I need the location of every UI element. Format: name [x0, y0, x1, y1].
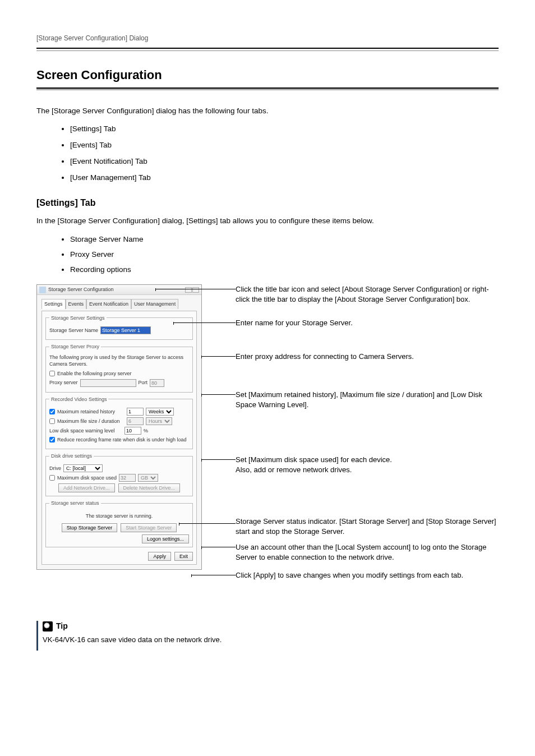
apply-button[interactable]: Apply	[148, 552, 171, 561]
max-disk-checkbox[interactable]	[49, 475, 55, 481]
page-breadcrumb: [Storage Server Configuration] Dialog	[36, 34, 499, 43]
group-server-settings: Storage Server Settings Storage Server N…	[45, 315, 193, 340]
max-filesize-unit-select[interactable]: Hours	[146, 417, 172, 425]
window-title: Storage Server Configuration	[48, 286, 114, 293]
tab-events[interactable]: Events	[66, 299, 87, 309]
section-intro: In the [Storage Server Configuration] di…	[36, 216, 499, 227]
annotation-titlebar: Click the title bar icon and select [Abo…	[236, 284, 499, 304]
group-disk-drive: Disk drive settings Drive C: [local] Max…	[45, 453, 193, 497]
max-history-checkbox[interactable]	[49, 409, 55, 414]
annotation-recorded-video: Set [Maximum retained history], [Maximum…	[236, 390, 499, 409]
enable-proxy-checkbox[interactable]	[49, 371, 55, 376]
list-item: [Event Notification] Tab	[70, 156, 499, 167]
stop-server-button[interactable]: Stop Storage Server	[62, 523, 118, 532]
low-disk-label: Low disk space warning level	[49, 427, 122, 435]
proxy-port-input[interactable]	[150, 379, 164, 387]
proxy-port-label: Port	[139, 379, 148, 386]
delete-network-drive-button[interactable]: Delete Network Drive...	[118, 483, 181, 492]
proxy-server-label: Proxy server	[49, 379, 78, 386]
annotations-column: Click the title bar icon and select [Abo…	[202, 284, 499, 604]
annotation-server-name: Enter name for your Storage Server.	[236, 318, 499, 328]
tab-strip: SettingsEventsEvent NotificationUser Man…	[41, 298, 197, 308]
max-disk-label: Maximum disk space used	[57, 474, 117, 482]
max-history-label: Maximum retained history	[57, 408, 124, 416]
start-server-button[interactable]: Start Storage Server	[121, 523, 177, 532]
list-item: Storage Server Name	[70, 234, 499, 245]
tabs-bullet-list: [Settings] Tab [Events] Tab [Event Notif…	[36, 124, 499, 183]
proxy-description: The following proxy is used by the Stora…	[49, 354, 189, 368]
tab-settings[interactable]: Settings	[41, 299, 66, 309]
window-icon	[39, 287, 46, 293]
list-item: [Events] Tab	[70, 140, 499, 151]
logon-settings-button[interactable]: Logon settings...	[142, 534, 189, 543]
rule-thick	[36, 48, 499, 49]
list-item: Recording options	[70, 265, 499, 275]
group-legend: Storage server status	[49, 500, 101, 507]
server-status-text: The storage server is running.	[49, 513, 189, 520]
max-filesize-label: Maximum file size / duration	[57, 418, 124, 425]
tab-panel: Storage Server Settings Storage Server N…	[41, 311, 197, 565]
list-item: [Settings] Tab	[70, 124, 499, 135]
tab-event-notification[interactable]: Event Notification	[86, 299, 131, 309]
reduce-framerate-checkbox[interactable]	[49, 437, 55, 442]
group-recorded-video: Recorded Video Settings Maximum retained…	[45, 396, 193, 449]
add-network-drive-button[interactable]: Add Network Drive...	[58, 483, 115, 492]
max-disk-input[interactable]	[119, 474, 136, 482]
close-icon[interactable]	[192, 287, 199, 293]
drive-label: Drive	[49, 465, 61, 472]
proxy-server-input[interactable]	[80, 379, 136, 387]
page-title: Screen Configuration	[36, 67, 499, 84]
tip-box: Tip VK-64/VK-16 can save video data on t…	[36, 621, 499, 651]
group-legend: Recorded Video Settings	[49, 396, 108, 403]
tip-label: Tip	[56, 621, 68, 632]
max-disk-unit-select[interactable]: GB	[138, 474, 158, 482]
low-disk-input[interactable]	[124, 427, 141, 435]
annotation-proxy: Enter proxy address for connecting to Ca…	[236, 352, 499, 362]
annotation-apply: Click [Apply] to save changes when you m…	[236, 570, 499, 580]
tip-text: VK-64/VK-16 can save video data on the n…	[43, 635, 499, 645]
low-disk-unit: %	[144, 427, 148, 435]
max-filesize-checkbox[interactable]	[49, 418, 55, 424]
reduce-framerate-label: Reduce recording frame rate when disk is…	[57, 436, 187, 444]
rule-thin	[36, 50, 499, 51]
server-name-input[interactable]	[100, 326, 151, 334]
dialog-titlebar[interactable]: Storage Server Configuration	[37, 285, 201, 295]
group-legend: Storage Server Settings	[49, 315, 107, 322]
title-underline	[36, 87, 499, 90]
list-item: [User Management] Tab	[70, 173, 499, 183]
tab-user-management[interactable]: User Management	[131, 299, 178, 309]
drive-select[interactable]: C: [local]	[63, 464, 103, 472]
dialog-screenshot: Storage Server Configuration SettingsEve…	[36, 284, 202, 570]
tip-icon	[43, 621, 53, 631]
max-history-unit-select[interactable]: Weeks	[146, 408, 174, 416]
group-proxy: Storage Server Proxy The following proxy…	[45, 343, 193, 392]
list-item: Proxy Server	[70, 250, 499, 260]
group-legend: Disk drive settings	[49, 453, 94, 460]
max-filesize-input[interactable]	[127, 417, 144, 425]
exit-button[interactable]: Exit	[174, 552, 193, 561]
minimize-icon[interactable]	[185, 287, 192, 293]
group-legend: Storage Server Proxy	[49, 343, 101, 351]
window-buttons	[185, 287, 199, 293]
items-bullet-list: Storage Server Name Proxy Server Recordi…	[36, 234, 499, 275]
intro-paragraph: The [Storage Server Configuration] dialo…	[36, 106, 499, 117]
max-history-input[interactable]	[127, 408, 144, 416]
server-name-label: Storage Server Name	[49, 327, 98, 334]
annotation-logon: Use an account other than the [Local Sys…	[236, 542, 499, 562]
section-heading: [Settings] Tab	[36, 197, 499, 209]
annotation-status: Storage Server status indicator. [Start …	[236, 517, 499, 536]
group-server-status: Storage server status The storage server…	[45, 500, 193, 547]
annotation-disk-drive: Set [Maximum disk space used] for each d…	[236, 455, 499, 474]
enable-proxy-label: Enable the following proxy server	[57, 370, 132, 377]
